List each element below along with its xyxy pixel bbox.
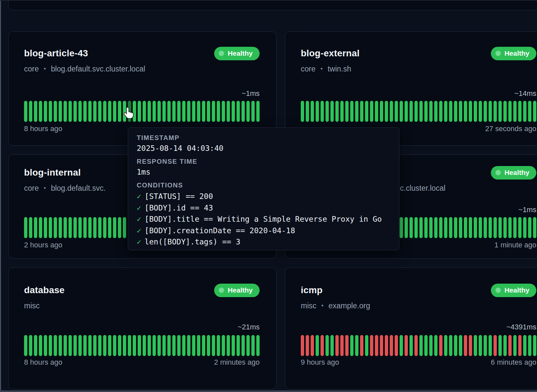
health-bar-up[interactable] bbox=[217, 335, 220, 356]
health-bar-up[interactable] bbox=[113, 101, 116, 122]
health-bar-up[interactable] bbox=[479, 217, 482, 238]
health-bar-up[interactable] bbox=[316, 101, 319, 122]
health-bar-up[interactable] bbox=[241, 335, 245, 356]
health-bar-up[interactable] bbox=[444, 101, 447, 122]
health-bar-up[interactable] bbox=[533, 101, 536, 122]
health-bar-down[interactable] bbox=[301, 335, 304, 356]
health-bar-up[interactable] bbox=[513, 217, 517, 238]
health-bar-up[interactable] bbox=[434, 101, 438, 122]
health-bar-down[interactable] bbox=[380, 335, 383, 356]
health-bar-up[interactable] bbox=[518, 217, 522, 238]
health-bar-up[interactable] bbox=[88, 101, 92, 122]
health-bar-up[interactable] bbox=[78, 217, 82, 238]
health-bar-up[interactable] bbox=[395, 101, 398, 122]
health-bar-up[interactable] bbox=[405, 101, 408, 122]
health-bar-up[interactable] bbox=[153, 335, 156, 356]
health-bar-up[interactable] bbox=[177, 335, 181, 356]
health-bar-up[interactable] bbox=[528, 101, 531, 122]
health-bar-up[interactable] bbox=[44, 335, 47, 356]
health-bar-up[interactable] bbox=[489, 217, 492, 238]
health-bar-up[interactable] bbox=[400, 217, 403, 238]
health-bar-up[interactable] bbox=[454, 217, 457, 238]
health-bar-up[interactable] bbox=[489, 335, 492, 356]
health-bar-up[interactable] bbox=[494, 217, 497, 238]
health-bar-up[interactable] bbox=[355, 335, 358, 356]
health-bar-up[interactable] bbox=[207, 101, 210, 122]
health-bar-up[interactable] bbox=[489, 101, 492, 122]
endpoint-card-icmp[interactable]: icmp Healthy misc • example.org ~4391ms … bbox=[285, 267, 537, 389]
health-bar-up[interactable] bbox=[444, 217, 447, 238]
health-bar-up[interactable] bbox=[246, 101, 250, 122]
health-bar-up[interactable] bbox=[330, 101, 334, 122]
health-bar-up[interactable] bbox=[133, 335, 136, 356]
health-bar-up[interactable] bbox=[59, 217, 62, 238]
health-bar-up[interactable] bbox=[523, 101, 526, 122]
health-bar-down[interactable] bbox=[306, 335, 309, 356]
health-bar-up[interactable] bbox=[251, 335, 255, 356]
health-bar-up[interactable] bbox=[380, 101, 383, 122]
health-bar-up[interactable] bbox=[479, 335, 482, 356]
health-bar-up[interactable] bbox=[49, 101, 52, 122]
health-bar-up[interactable] bbox=[197, 101, 200, 122]
health-bar-up[interactable] bbox=[143, 335, 146, 356]
health-bar-up[interactable] bbox=[118, 101, 121, 122]
health-bar-up[interactable] bbox=[187, 101, 190, 122]
health-bar-up[interactable] bbox=[88, 217, 92, 238]
health-bar-up[interactable] bbox=[34, 101, 37, 122]
health-bar-up[interactable] bbox=[103, 217, 106, 238]
health-bar-up[interactable] bbox=[69, 101, 72, 122]
health-bar-up[interactable] bbox=[39, 335, 42, 356]
health-bar-up[interactable] bbox=[434, 217, 438, 238]
health-bar-up[interactable] bbox=[217, 101, 220, 122]
health-bar-up[interactable] bbox=[330, 335, 334, 356]
health-bar-up[interactable] bbox=[365, 101, 368, 122]
health-bar-up[interactable] bbox=[187, 335, 190, 356]
health-bar-up[interactable] bbox=[73, 335, 77, 356]
health-bar-up[interactable] bbox=[533, 335, 536, 356]
health-bar-up[interactable] bbox=[29, 217, 32, 238]
health-bar-up[interactable] bbox=[503, 217, 507, 238]
health-bar-up[interactable] bbox=[24, 101, 27, 122]
health-bar-up[interactable] bbox=[78, 335, 82, 356]
health-bar-up[interactable] bbox=[118, 217, 121, 238]
health-bar-up[interactable] bbox=[414, 101, 418, 122]
health-bar-up[interactable] bbox=[528, 217, 531, 238]
health-bar-up[interactable] bbox=[29, 101, 32, 122]
health-bar-up[interactable] bbox=[138, 335, 141, 356]
health-bar-up[interactable] bbox=[232, 101, 235, 122]
endpoint-card-database[interactable]: database Healthy misc ~21ms 8 hours ago … bbox=[8, 267, 276, 389]
health-bar-up[interactable] bbox=[419, 217, 423, 238]
health-bar-up[interactable] bbox=[64, 217, 67, 238]
health-bar-up[interactable] bbox=[241, 101, 245, 122]
health-bar-up[interactable] bbox=[246, 335, 250, 356]
health-bar-up[interactable] bbox=[123, 217, 126, 238]
health-bar-up[interactable] bbox=[474, 101, 477, 122]
health-bar-up[interactable] bbox=[360, 101, 363, 122]
health-bar-up[interactable] bbox=[385, 101, 388, 122]
health-bar-up[interactable] bbox=[508, 217, 512, 238]
health-bar-up[interactable] bbox=[54, 101, 57, 122]
health-bar-up[interactable] bbox=[498, 335, 502, 356]
health-bar-up[interactable] bbox=[523, 335, 526, 356]
health-bar-up[interactable] bbox=[113, 217, 116, 238]
health-bar-up[interactable] bbox=[439, 217, 442, 238]
health-bar-up[interactable] bbox=[227, 335, 230, 356]
health-bar-up[interactable] bbox=[128, 335, 131, 356]
health-bar-up[interactable] bbox=[449, 217, 452, 238]
health-bar-up[interactable] bbox=[533, 217, 536, 238]
health-bar-up[interactable] bbox=[59, 335, 62, 356]
health-bar-up[interactable] bbox=[83, 217, 87, 238]
health-bar-up[interactable] bbox=[429, 217, 433, 238]
health-bar-up[interactable] bbox=[375, 101, 378, 122]
health-bar-up[interactable] bbox=[498, 217, 502, 238]
health-bar-up[interactable] bbox=[419, 335, 423, 356]
health-bar-up[interactable] bbox=[108, 217, 111, 238]
health-bar-up[interactable] bbox=[410, 217, 413, 238]
health-bar-up[interactable] bbox=[232, 335, 235, 356]
health-bar-up[interactable] bbox=[454, 335, 457, 356]
health-bar-up[interactable] bbox=[69, 335, 72, 356]
health-bar-up[interactable] bbox=[98, 335, 101, 356]
health-bar-down[interactable] bbox=[469, 335, 472, 356]
health-bar-up[interactable] bbox=[157, 101, 161, 122]
health-bar-up[interactable] bbox=[370, 101, 373, 122]
